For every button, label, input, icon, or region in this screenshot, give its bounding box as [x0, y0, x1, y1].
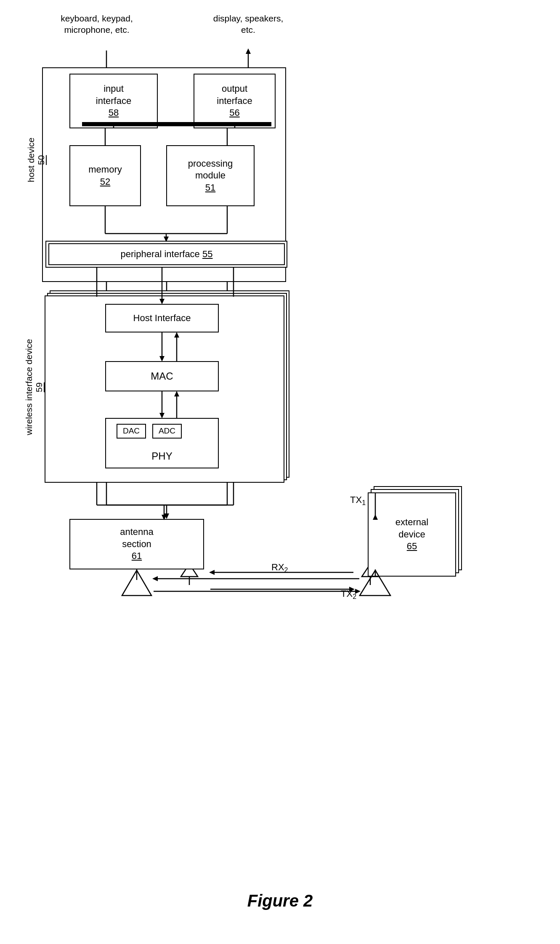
antenna-section-label: antenna section 61	[120, 526, 154, 562]
processing-module-box: processing module 51	[166, 145, 255, 206]
dac-box: DAC	[117, 424, 146, 439]
adc-box: ADC	[152, 424, 182, 439]
processing-module-label: processing module 51	[188, 158, 233, 194]
antenna-section-box: antenna section 61	[69, 519, 204, 569]
svg-marker-74	[152, 576, 158, 581]
rx2-label: RX2	[271, 562, 288, 574]
svg-marker-3	[246, 48, 251, 54]
svg-marker-70	[122, 570, 151, 596]
input-interface-box: input interface 58	[69, 74, 158, 128]
svg-marker-33	[209, 570, 215, 575]
peripheral-interface-box: peripheral interface 55	[48, 243, 285, 265]
keyboard-label: keyboard, keypad, microphone, etc.	[55, 13, 139, 36]
figure-label: Figure 2	[0, 891, 560, 910]
tx2-label: TX2	[341, 588, 356, 601]
display-label: display, speakers, etc.	[206, 13, 290, 36]
phy-box: DAC ADC PHY	[105, 418, 219, 468]
host-device-side-label: host device 50	[26, 118, 46, 202]
svg-marker-31	[164, 513, 169, 519]
external-device-label: external device 65	[395, 516, 428, 553]
output-interface-box: output interface 56	[194, 74, 276, 128]
host-interface-box: Host Interface	[105, 304, 219, 332]
mac-box: MAC	[105, 361, 219, 391]
diagram-container: keyboard, keypad, microphone, etc. displ…	[0, 0, 560, 944]
memory-box: memory 52	[69, 145, 141, 206]
memory-label: memory 52	[88, 164, 122, 188]
wireless-device-side-label: wireless interface device 59	[24, 328, 44, 446]
external-device-box: external device 65	[368, 492, 456, 577]
phy-label: PHY	[106, 449, 218, 463]
tx1-label: TX1	[350, 495, 366, 507]
input-interface-label: input interface 58	[96, 83, 131, 119]
output-interface-label: output interface 56	[217, 83, 252, 119]
